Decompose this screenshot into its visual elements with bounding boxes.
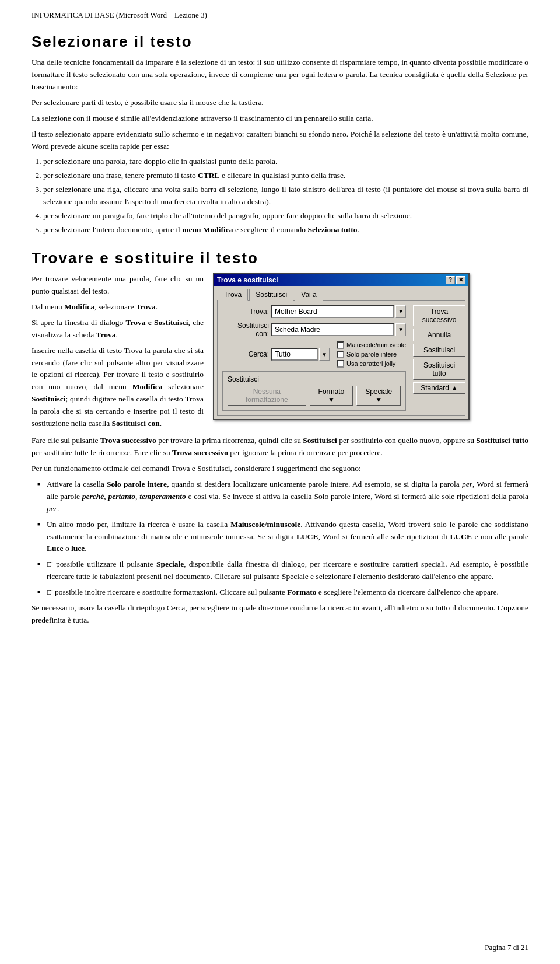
section1-title: Selezionare il testo (32, 33, 528, 51)
checkbox-jolly-label: Usa caratteri jolly (346, 360, 396, 367)
col-left-para4: Inserire nella casella di testo Trova la… (32, 345, 204, 430)
bullet-item: Un altro modo per, limitare la ricerca è… (37, 519, 528, 556)
speciale-btn[interactable]: Speciale ▼ (356, 386, 401, 406)
page-header: INFORMATICA DI BASE (Microsoft Word – Le… (32, 11, 528, 20)
cerca-row: Cerca: ▼ Maiuscole/minuscole (222, 341, 406, 368)
formato-btn[interactable]: Formato ▼ (310, 386, 354, 406)
list-item: per selezionare una frase, tenere premut… (43, 170, 528, 182)
checkbox-group: Maiuscole/minuscole Solo parole intere U… (337, 341, 406, 368)
sostituisci-con-dropdown-btn[interactable]: ▼ (396, 323, 406, 336)
col-right: Trova e sostituisci ? ✕ Trova Sostituisc… (213, 273, 528, 430)
section1-para4: Il testo selezionato appare evidenziato … (32, 128, 528, 153)
bullet-item: E' possibile inoltre ricercare e sostitu… (37, 586, 528, 599)
sostituisci-section-label: Sostituisci (228, 375, 401, 383)
list-item: per selezionare una parola, fare doppio … (43, 156, 528, 168)
after-dialog-para1: Fare clic sul pulsante Trova successivo … (32, 435, 528, 459)
trova-input-group: ▼ (271, 305, 406, 318)
sostituisci-con-input[interactable] (271, 323, 394, 336)
checkbox-maiuscole-label: Maiuscole/minuscole (346, 341, 406, 348)
trova-dropdown-btn[interactable]: ▼ (396, 305, 406, 318)
checkbox-parole-intere: Solo parole intere (337, 351, 406, 358)
col-left-para1: Per trovare velocemente una parola, fare… (32, 273, 204, 298)
list-item: per selezionare una riga, cliccare una v… (43, 184, 528, 208)
cerca-dropdown-group: ▼ (271, 348, 330, 361)
dialog-titlebar: Trova e sostituisci ? ✕ (214, 274, 468, 286)
checkbox-jolly: Usa caratteri jolly (337, 360, 406, 368)
dialog-tabs: Trova Sostituisci Vai a (214, 286, 468, 300)
dialog-btn-col: Trova successivo Annulla Sostituisci Sos… (413, 305, 466, 411)
header-title: INFORMATICA DI BASE (Microsoft Word – Le… (32, 11, 207, 19)
dialog-titlebar-buttons: ? ✕ (446, 276, 466, 284)
section1-list: per selezionare una parola, fare doppio … (43, 156, 528, 236)
section1-para1: Una delle tecniche fondamentali da impar… (32, 57, 528, 93)
bullet-item: Attivare la casella Solo parole intere, … (37, 478, 528, 515)
list-item: per selezionare un paragrafo, fare tripl… (43, 210, 528, 222)
page-footer: Pagina 7 di 21 (485, 943, 528, 952)
col-left-para3: Si apre la finestra di dialogo Trova e S… (32, 317, 204, 341)
sostituisci-con-row: Sostituisci con: ▼ (222, 322, 406, 338)
tab-sostituisci[interactable]: Sostituisci (249, 289, 293, 301)
after-dialog-para2: Per un funzionamento ottimale dei comand… (32, 463, 528, 475)
two-col-layout: Per trovare velocemente una parola, fare… (32, 273, 528, 430)
checkbox-maiuscole-box[interactable] (337, 341, 344, 349)
annulla-btn[interactable]: Annulla (413, 329, 466, 341)
dialog-close-btn[interactable]: ✕ (456, 276, 466, 284)
checkbox-maiuscole: Maiuscole/minuscole (337, 341, 406, 349)
sostituisci-btn[interactable]: Sostituisci (413, 344, 466, 357)
cerca-input[interactable] (271, 348, 318, 361)
section1-para3: La selezione con il mouse è simile all'e… (32, 113, 528, 125)
page-container: INFORMATICA DI BASE (Microsoft Word – Le… (0, 0, 560, 964)
cerca-label: Cerca: (222, 350, 269, 358)
section1-para2: Per selezionare parti di testo, è possib… (32, 97, 528, 109)
sostituisci-btn-row: Nessuna formattazione Formato ▼ Speciale… (228, 386, 401, 406)
trova-successivo-btn[interactable]: Trova successivo (413, 305, 466, 326)
standard-btn[interactable]: Standard ▲ (413, 382, 466, 394)
closing-text: Se necessario, usare la casella di riepi… (32, 602, 528, 627)
nessuna-formattazione-btn[interactable]: Nessuna formattazione (228, 386, 306, 406)
dialog-help-btn[interactable]: ? (446, 276, 455, 284)
sostituisci-con-label: Sostituisci con: (222, 322, 269, 338)
trova-input[interactable] (271, 305, 394, 318)
col-left: Per trovare velocemente una parola, fare… (32, 273, 204, 430)
section2-title: Trovare e sostituire il testo (32, 249, 528, 267)
col-left-para2: Dal menu Modifica, selezionare Trova. (32, 301, 204, 313)
list-item: per selezionare l'intero documento, apri… (43, 224, 528, 236)
cerca-dropdown-btn[interactable]: ▼ (319, 348, 330, 361)
dialog-body: Trova: ▼ Sostituisci con: (217, 300, 466, 416)
sostituisci-con-input-group: ▼ (271, 323, 406, 336)
checkbox-jolly-box[interactable] (337, 360, 344, 368)
bullets-list: Attivare la casella Solo parole intere, … (37, 478, 528, 599)
checkbox-parole-intere-label: Solo parole intere (346, 351, 397, 358)
bullet-item: E' possibile utilizzare il pulsante Spec… (37, 558, 528, 583)
trova-row: Trova: ▼ (222, 305, 406, 318)
sostituisci-tutto-btn[interactable]: Sostituisci tutto (413, 359, 466, 380)
footer-text: Pagina 7 di 21 (485, 943, 528, 952)
sostituisci-section: Sostituisci Nessuna formattazione Format… (222, 371, 406, 411)
checkbox-parole-intere-box[interactable] (337, 351, 344, 358)
tab-vai-a[interactable]: Vai a (295, 289, 323, 301)
trova-sostituisci-dialog: Trova e sostituisci ? ✕ Trova Sostituisc… (213, 273, 470, 420)
trova-label: Trova: (222, 308, 269, 316)
tab-trova[interactable]: Trova (218, 289, 248, 301)
dialog-title: Trova e sostituisci (217, 276, 278, 284)
